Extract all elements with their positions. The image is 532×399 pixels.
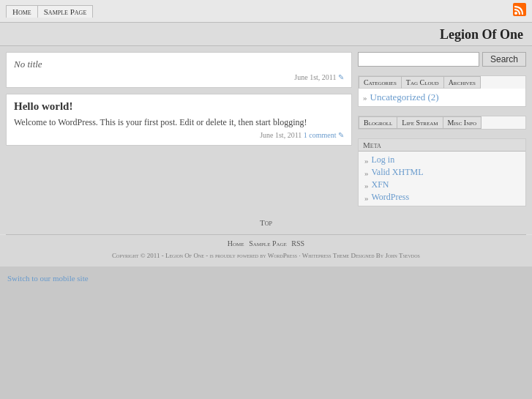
post-hello-world: Hello world! Welcome to WordPress. This … (6, 94, 352, 146)
tab-blogroll[interactable]: Blogroll (359, 116, 397, 129)
meta-header: Meta (359, 139, 525, 152)
nav-tab-home[interactable]: Home (6, 5, 37, 18)
meta-xhtml-link[interactable]: Valid XHTML (372, 167, 424, 178)
rss-corner (513, 3, 526, 19)
footer-link-rss[interactable]: RSS (291, 239, 304, 247)
footer-link-sample-page[interactable]: Sample Page (249, 239, 287, 247)
footer-copyright: Copyright © 2011 - Legion Of One - is pr… (0, 250, 532, 266)
post-no-title: No title June 1st, 2011 ✎ (6, 52, 352, 88)
tab-misc-info[interactable]: Misc Info (443, 116, 482, 129)
meta-item-xhtml: Valid XHTML (364, 167, 520, 178)
meta-item-login: Log in (364, 154, 520, 165)
post-edit-hello[interactable]: ✎ (338, 131, 344, 139)
post-title-notitle: No title (14, 59, 344, 70)
svg-point-1 (514, 12, 517, 15)
meta-item-wordpress: WordPress (364, 192, 520, 203)
category-uncategorized-link[interactable]: Uncategorized (2) (370, 92, 439, 103)
search-widget: Search (358, 52, 526, 67)
nav-tab-sample-page[interactable]: Sample Page (37, 5, 94, 18)
search-button[interactable]: Search (482, 52, 526, 67)
meta-xfn-link[interactable]: XFN (372, 179, 389, 190)
meta-widget: Meta Log in Valid XHTML XFN WordPress (358, 138, 526, 206)
links-widget: Blogroll Life Stream Misc Info (358, 116, 526, 130)
footer-top-link[interactable]: Top (260, 218, 272, 227)
top-navigation: Home Sample Page (0, 0, 532, 23)
rss-icon[interactable] (513, 3, 526, 16)
links-tabs-row: Blogroll Life Stream Misc Info (359, 116, 525, 129)
post-content-hello: Welcome to WordPress. This is your first… (14, 117, 344, 128)
meta-login-link[interactable]: Log in (372, 154, 395, 165)
tab-categories[interactable]: Categories (359, 76, 402, 89)
meta-item-xfn: XFN (364, 179, 520, 190)
search-input[interactable] (358, 52, 479, 67)
sidebar: Search Categories Tag Cloud Archives Unc… (358, 52, 526, 211)
category-uncategorized: Uncategorized (2) (363, 92, 521, 103)
post-title-hello: Hello world! (14, 100, 344, 113)
post-date-hello: June 1st, 2011 (260, 131, 301, 139)
categories-widget: Categories Tag Cloud Archives Uncategori… (358, 75, 526, 107)
mobile-link-section: Switch to our mobile site (0, 266, 532, 290)
footer-link-home[interactable]: Home (228, 239, 244, 247)
post-comment-link[interactable]: 1 comment (304, 131, 337, 139)
site-title: Legion Of One (0, 23, 532, 46)
meta-wordpress-link[interactable]: WordPress (372, 192, 410, 203)
post-meta-notitle: June 1st, 2011 ✎ (14, 70, 344, 81)
footer-top: Top (0, 211, 532, 234)
categories-content: Uncategorized (2) (359, 89, 525, 106)
footer-links: Home Sample Page RSS (0, 235, 532, 250)
posts-column: No title June 1st, 2011 ✎ Hello world! W… (6, 52, 352, 211)
categories-tabs-row: Categories Tag Cloud Archives (359, 76, 525, 89)
mobile-site-link[interactable]: Switch to our mobile site (7, 274, 89, 283)
meta-list: Log in Valid XHTML XFN WordPress (359, 152, 525, 206)
post-meta-hello: June 1st, 2011 1 comment ✎ (14, 128, 344, 139)
tab-lifestream[interactable]: Life Stream (397, 116, 443, 129)
post-edit-notitle[interactable]: ✎ (338, 73, 344, 81)
post-date-notitle: June 1st, 2011 (294, 73, 336, 81)
tab-tag-cloud[interactable]: Tag Cloud (402, 76, 444, 89)
tab-archives[interactable]: Archives (444, 76, 481, 89)
